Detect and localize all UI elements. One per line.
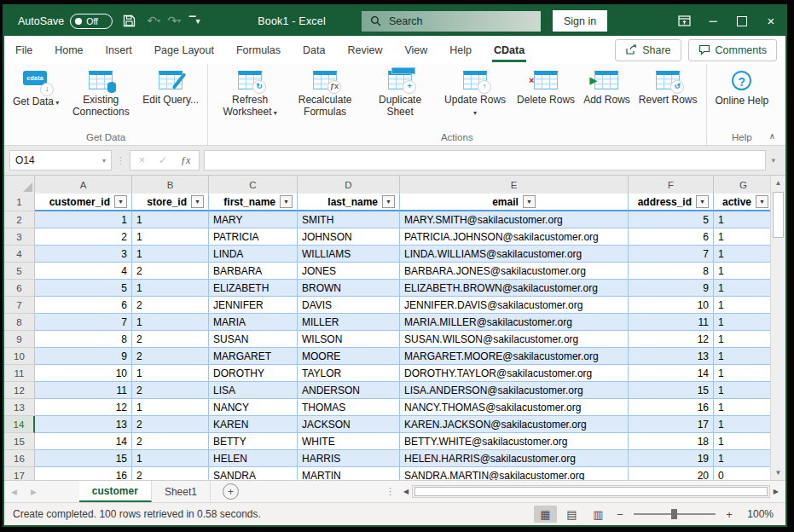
grid-cell[interactable]: 16: [35, 467, 132, 480]
ribbon-tab-formulas[interactable]: Formulas: [225, 36, 292, 64]
grid-cell[interactable]: 17: [629, 416, 714, 433]
grid-cell[interactable]: JACKSON: [298, 416, 400, 433]
grid-cell[interactable]: 11: [35, 382, 132, 399]
column-header-G[interactable]: G: [714, 176, 774, 194]
grid-cell[interactable]: 8: [35, 331, 132, 348]
grid-cell[interactable]: 1: [714, 211, 774, 228]
grid-cell[interactable]: KAREN.JACKSON@sakilacustomer.org: [400, 416, 629, 433]
grid-cell[interactable]: MILLER: [298, 314, 400, 331]
grid-cell[interactable]: 1: [132, 399, 209, 416]
grid-cell[interactable]: 1: [714, 450, 774, 467]
grid-cell[interactable]: HELEN.HARRIS@sakilacustomer.org: [400, 450, 629, 467]
close-button[interactable]: ×: [756, 6, 785, 36]
grid-cell[interactable]: 5: [629, 211, 714, 228]
scroll-up-icon[interactable]: ▲: [771, 176, 785, 190]
grid-cell[interactable]: 7: [629, 246, 714, 263]
grid-cell[interactable]: JOHNSON: [298, 228, 400, 246]
grid-cell[interactable]: HELEN: [209, 450, 298, 467]
row-header[interactable]: 13: [4, 399, 35, 416]
grid-cell[interactable]: 3: [35, 246, 132, 263]
grid-cell[interactable]: 1: [714, 263, 774, 280]
zoom-level[interactable]: 100%: [739, 508, 774, 520]
grid-cell[interactable]: 14: [35, 433, 132, 450]
header-cell-email[interactable]: email▼: [400, 194, 629, 211]
row-header[interactable]: 11: [4, 365, 35, 382]
formula-input[interactable]: [204, 150, 766, 171]
row-header[interactable]: 1: [4, 194, 35, 211]
column-header-C[interactable]: C: [209, 176, 298, 194]
grid-cell[interactable]: MARIA: [209, 314, 298, 331]
scroll-left-icon[interactable]: ◀: [400, 488, 412, 495]
grid-cell[interactable]: WILSON: [298, 331, 400, 348]
grid-cell[interactable]: 11: [629, 314, 714, 331]
grid-cell[interactable]: MOORE: [298, 348, 400, 365]
sheet-tab-sheet1[interactable]: Sheet1: [152, 481, 211, 502]
name-box-dropdown-icon[interactable]: ▾: [102, 157, 106, 165]
grid-cell[interactable]: 1: [35, 211, 132, 228]
online-help-button[interactable]: ?Online Help: [712, 68, 773, 107]
grid-cell[interactable]: NANCY.THOMAS@sakilacustomer.org: [400, 399, 629, 416]
grid-cell[interactable]: LISA.ANDERSON@sakilacustomer.org: [400, 382, 629, 399]
horizontal-scroll-thumb[interactable]: [414, 487, 768, 496]
row-header[interactable]: 10: [4, 348, 35, 365]
grid-cell[interactable]: 2: [132, 297, 209, 314]
grid-cell[interactable]: PATRICIA: [209, 228, 298, 246]
grid-cell[interactable]: 7: [35, 314, 132, 331]
row-header[interactable]: 2: [4, 211, 35, 228]
grid-cell[interactable]: DAVIS: [298, 297, 400, 314]
header-cell-first-name[interactable]: first_name▼: [209, 194, 298, 211]
grid-cell[interactable]: BETTY.WHITE@sakilacustomer.org: [400, 433, 629, 450]
grid-cell[interactable]: 1: [714, 365, 774, 382]
horizontal-scroll-track[interactable]: [412, 485, 770, 498]
column-header-B[interactable]: B: [132, 176, 209, 194]
grid-cell[interactable]: 2: [132, 263, 209, 280]
ribbon-display-options-button[interactable]: [669, 6, 698, 36]
edit-query-button[interactable]: Edit Query...: [139, 68, 202, 106]
grid-cell[interactable]: 14: [629, 365, 714, 382]
filter-button[interactable]: ▼: [114, 195, 127, 208]
grid-cell[interactable]: 1: [132, 211, 209, 228]
ribbon-tab-view[interactable]: View: [393, 36, 438, 64]
name-box[interactable]: O14 ▾: [9, 150, 112, 171]
scroll-down-icon[interactable]: ▼: [771, 466, 785, 480]
grid-cell[interactable]: 1: [132, 228, 209, 246]
grid-cell[interactable]: BETTY: [209, 433, 298, 450]
grid-cell[interactable]: 16: [629, 399, 714, 416]
add-rows-button[interactable]: ▶Add Rows: [580, 68, 634, 106]
redo-button[interactable]: ↷▾: [164, 10, 184, 32]
sign-in-button[interactable]: Sign in: [553, 10, 607, 32]
grid-cell[interactable]: SUSAN: [209, 331, 298, 348]
grid-cell[interactable]: DOROTHY.TAYLOR@sakilacustomer.org: [400, 365, 629, 382]
filter-button[interactable]: ▼: [756, 195, 768, 208]
grid-cell[interactable]: 1: [714, 246, 774, 263]
select-all-corner[interactable]: [4, 176, 35, 194]
grid-cell[interactable]: BARBARA.JONES@sakilacustomer.org: [400, 263, 629, 280]
grid-cell[interactable]: 15: [35, 450, 132, 467]
cancel-entry-button[interactable]: ×: [139, 154, 145, 166]
grid-cell[interactable]: 15: [629, 382, 714, 399]
grid-cell[interactable]: LINDA.WILLIAMS@sakilacustomer.org: [400, 246, 629, 263]
grid-cell[interactable]: LINDA: [209, 246, 298, 263]
grid-cell[interactable]: 1: [132, 314, 209, 331]
undo-button[interactable]: ↶▾: [143, 10, 164, 32]
grid-cell[interactable]: 6: [629, 228, 714, 246]
grid-cell[interactable]: 1: [132, 246, 209, 263]
ribbon-tab-insert[interactable]: Insert: [95, 36, 143, 64]
grid-cell[interactable]: 1: [714, 348, 774, 365]
grid-cell[interactable]: SANDRA: [209, 467, 298, 480]
header-cell-last-name[interactable]: last_name▼: [298, 194, 400, 211]
share-button[interactable]: Share: [615, 39, 681, 61]
column-header-F[interactable]: F: [629, 176, 714, 194]
minimize-button[interactable]: ─: [698, 6, 727, 36]
grid-cell[interactable]: 9: [629, 280, 714, 297]
grid-cell[interactable]: 1: [132, 280, 209, 297]
grid-cell[interactable]: 1: [132, 450, 209, 467]
autosave-toggle[interactable]: Off: [70, 14, 113, 29]
grid-cell[interactable]: PATRICIA.JOHNSON@sakilacustomer.org: [400, 228, 629, 246]
page-break-preview-button[interactable]: ▥: [587, 506, 610, 523]
grid-cell[interactable]: 1: [714, 399, 774, 416]
grid-cell[interactable]: TAYLOR: [298, 365, 400, 382]
row-header[interactable]: 6: [4, 280, 35, 297]
column-header-A[interactable]: A: [35, 176, 132, 194]
new-sheet-button[interactable]: +: [223, 483, 239, 500]
